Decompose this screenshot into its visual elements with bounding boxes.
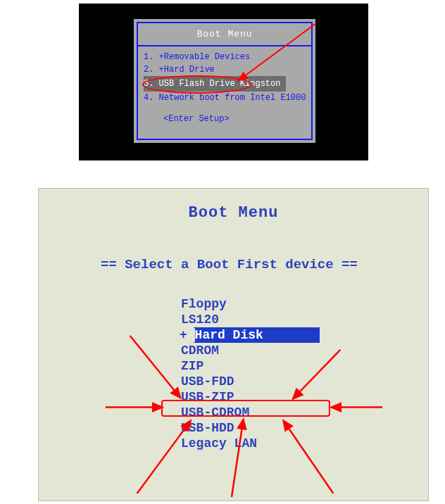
boot-item-removable[interactable]: 1. +Removable Devices [144,51,311,63]
bios-screenshot-bottom: Boot Menu == Select a Boot First device … [38,188,429,501]
annotation-oval [142,75,252,94]
boot-item-usb-hdd[interactable]: USB-HDD [181,421,234,435]
boot-item-network[interactable]: 4. Network boot from Intel E1000 [144,92,311,104]
boot-item-hard-drive[interactable]: 2. +Hard Drive [144,63,311,76]
boot-item-cdrom[interactable]: CDROM [181,344,219,358]
boot-item-hard-disk[interactable]: Hard Disk [194,327,320,343]
bios2-subtitle: == Select a Boot First device == [39,257,428,272]
enter-setup-link[interactable]: <Enter Setup> [144,113,311,125]
bios-screenshot-top: Boot Menu 1. +Removable Devices 2. +Hard… [79,4,368,160]
bios-title: Boot Menu [138,23,311,46]
bios2-title: Boot Menu [39,189,428,222]
boot-item-legacy-lan[interactable]: Legacy LAN [181,436,257,451]
annotation-rect [161,400,330,417]
boot-item-zip[interactable]: ZIP [181,359,203,373]
boot-item-usb-fdd[interactable]: USB-FDD [181,374,234,389]
boot-item-ls120[interactable]: LS120 [181,313,219,327]
boot-menu-list-bottom: Floppy LS120 +Hard Disk CDROM ZIP USB-FD… [39,296,428,451]
boot-item-floppy[interactable]: Floppy [181,297,227,311]
